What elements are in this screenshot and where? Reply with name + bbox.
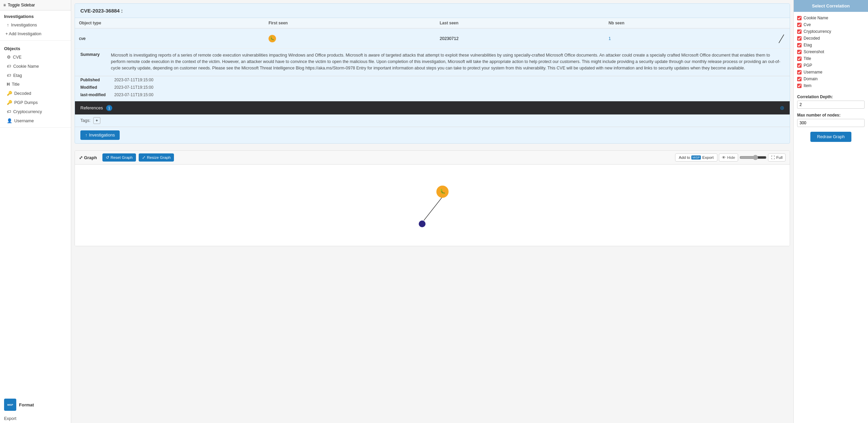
max-nodes-label: Max number of nodes: bbox=[797, 113, 865, 118]
sidebar-item-pgp-dumps[interactable]: 🔑 PGP Dumps bbox=[0, 98, 71, 107]
corr-check-decoded[interactable] bbox=[797, 36, 802, 41]
sidebar-item-cookie-name[interactable]: 🏷 Cookie Name bbox=[0, 62, 71, 71]
sidebar-item-investigations[interactable]: ↑ Investigations bbox=[0, 20, 71, 29]
misp-logo-small: MISP bbox=[691, 155, 701, 160]
corr-item-etag: Etag bbox=[797, 42, 865, 48]
col-object-type: Object type bbox=[75, 18, 264, 28]
sidebar-toggle-button[interactable]: ≡ Toggle Sidebar bbox=[0, 0, 71, 10]
cell-first-seen: 🐛 bbox=[264, 28, 436, 49]
last-modified-value: 2023-07-11T19:15:00 bbox=[114, 92, 153, 97]
corr-label-item: Item bbox=[804, 83, 811, 88]
full-label: Full bbox=[776, 155, 783, 160]
corr-check-cve[interactable] bbox=[797, 23, 802, 27]
cell-nb-seen: 1 bbox=[605, 28, 754, 49]
corr-item-screenshot: Screenshot bbox=[797, 48, 865, 55]
col-first-seen: First seen bbox=[264, 18, 436, 28]
investigations-button[interactable]: ↑ Investigations bbox=[80, 130, 120, 140]
corr-check-etag[interactable] bbox=[797, 43, 802, 47]
add-to-misp-button[interactable]: Add to MISP Export bbox=[675, 153, 717, 162]
hide-button[interactable]: 👁 Hide bbox=[719, 153, 738, 162]
depth-label: Correlation Depth: bbox=[797, 94, 865, 99]
sidebar-cve-label: CVE bbox=[13, 55, 22, 60]
correlation-header: Select Correlation bbox=[794, 0, 868, 12]
tags-add-button[interactable]: + bbox=[93, 117, 100, 124]
tags-label: Tags: bbox=[80, 118, 91, 123]
format-label: Format bbox=[19, 402, 34, 407]
reset-icon: ↺ bbox=[106, 155, 109, 160]
summary-section: Summary Microsoft is investigating repor… bbox=[75, 49, 790, 76]
right-panel: Select Correlation Cookie Name Cve Crypt… bbox=[793, 0, 868, 423]
corr-check-cookie[interactable] bbox=[797, 16, 802, 20]
depth-input[interactable] bbox=[797, 101, 865, 109]
sidebar-item-decoded[interactable]: 🔑 Decoded bbox=[0, 89, 71, 98]
toggle-sidebar-icon: ≡ bbox=[3, 3, 6, 7]
graph-slider[interactable] bbox=[739, 155, 767, 160]
graph-toolbar: ⤢ Graph ↺ Reset Graph ⤢ Resize Graph Add… bbox=[75, 151, 790, 165]
sidebar-add-investigation[interactable]: + Add Investigation bbox=[0, 29, 71, 38]
corr-check-cryptocurrency[interactable] bbox=[797, 29, 802, 34]
sidebar-item-cve[interactable]: ⚙ CVE bbox=[0, 52, 71, 62]
corr-check-screenshot[interactable] bbox=[797, 50, 802, 54]
corr-label-pgp: PGP bbox=[804, 63, 812, 68]
sidebar-item-title[interactable]: H Title bbox=[0, 80, 71, 89]
export-graph-label: Export bbox=[702, 155, 713, 160]
sidebar-divider-1 bbox=[0, 40, 71, 41]
graph-right-controls: Add to MISP Export 👁 Hide ⛶ Full bbox=[675, 153, 786, 162]
references-badge: 1 bbox=[106, 105, 112, 111]
sidebar-crypto-label: Cryptocurrency bbox=[13, 109, 42, 114]
table-row: cve 🐛 20230712 1 bbox=[75, 28, 790, 49]
corr-label-decoded: Decoded bbox=[804, 36, 820, 41]
col-last-seen: Last seen bbox=[436, 18, 605, 28]
modified-label: Modified bbox=[80, 85, 111, 90]
sidebar-title-label: Title bbox=[12, 82, 20, 87]
export-label: Export bbox=[4, 416, 16, 421]
sidebar: ≡ Toggle Sidebar Investigations ↑ Invest… bbox=[0, 0, 71, 423]
corr-check-username[interactable] bbox=[797, 70, 802, 75]
corr-check-pgp[interactable] bbox=[797, 63, 802, 68]
sidebar-username-label: Username bbox=[14, 119, 34, 123]
sidebar-item-etag[interactable]: 🏷 Etag bbox=[0, 71, 71, 80]
references-bar: References 1 ⊕ bbox=[75, 101, 790, 114]
published-row: Published 2023-07-11T19:15:00 bbox=[75, 76, 790, 84]
svg-text:🐛: 🐛 bbox=[440, 189, 446, 194]
misp-logo-text: MISP bbox=[7, 404, 13, 406]
sidebar-item-cryptocurrency[interactable]: 🏷 Cryptocurrency bbox=[0, 107, 71, 116]
max-nodes-section: Max number of nodes: bbox=[794, 110, 868, 128]
reset-graph-button[interactable]: ↺ Reset Graph bbox=[102, 153, 136, 162]
resize-icon: ⤢ bbox=[142, 155, 145, 160]
cve-panel-header: CVE-2023-36884 : bbox=[75, 4, 790, 18]
tags-row: Tags: + bbox=[75, 114, 790, 127]
references-expand-icon[interactable]: ⊕ bbox=[780, 105, 784, 111]
username-icon: 👤 bbox=[7, 118, 12, 123]
sidebar-investigations-label: Investigations bbox=[11, 23, 37, 27]
cve-node-icon: 🐛 bbox=[269, 35, 276, 42]
sidebar-item-username[interactable]: 👤 Username bbox=[0, 116, 71, 125]
published-label: Published bbox=[80, 78, 111, 82]
graph-svg: 🐛 bbox=[75, 165, 790, 246]
full-button[interactable]: ⛶ Full bbox=[768, 153, 786, 162]
last-modified-row: last-modified 2023-07-11T19:15:00 bbox=[75, 91, 790, 99]
misp-logo: MISP bbox=[4, 399, 16, 411]
max-nodes-input[interactable] bbox=[797, 119, 865, 127]
nb-seen-chart bbox=[758, 31, 786, 45]
graph-node-object[interactable] bbox=[419, 220, 426, 227]
resize-graph-button[interactable]: ⤢ Resize Graph bbox=[139, 153, 174, 162]
corr-check-title[interactable] bbox=[797, 57, 802, 61]
sidebar-pgp-label: PGP Dumps bbox=[14, 100, 38, 105]
corr-item-decoded: Decoded bbox=[797, 35, 865, 42]
sidebar-etag-label: Etag bbox=[13, 73, 22, 78]
toggle-sidebar-label: Toggle Sidebar bbox=[8, 3, 35, 7]
corr-check-item[interactable] bbox=[797, 84, 802, 88]
sidebar-export[interactable]: Export bbox=[0, 414, 71, 423]
svg-line-0 bbox=[424, 197, 442, 220]
main-content: CVE-2023-36884 : Object type First seen … bbox=[71, 0, 793, 423]
redraw-graph-button[interactable]: Redraw Graph bbox=[810, 132, 851, 142]
corr-label-cryptocurrency: Cryptocurrency bbox=[804, 29, 831, 34]
cve-icon: ⚙ bbox=[7, 55, 11, 60]
corr-check-domain[interactable] bbox=[797, 77, 802, 81]
col-nb-seen: Nb seen bbox=[605, 18, 754, 28]
slider-wrap bbox=[739, 155, 767, 160]
corr-label-screenshot: Screenshot bbox=[804, 49, 824, 54]
corr-item-pgp: PGP bbox=[797, 62, 865, 69]
graph-title: ⤢ Graph bbox=[79, 155, 97, 160]
